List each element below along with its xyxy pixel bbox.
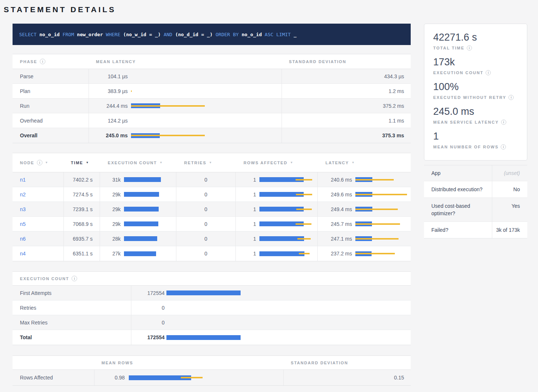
table-row: n4 6351.1 s 27k 0 1 237.2 ms: [13, 246, 411, 261]
node-link[interactable]: n5: [20, 221, 26, 227]
sort-desc-icon[interactable]: ▼: [209, 161, 212, 164]
sort-desc-icon[interactable]: ▼: [290, 161, 293, 164]
table-row: Overhead 124.2 µs 1.1 ms: [13, 113, 411, 128]
node-link[interactable]: n2: [20, 192, 26, 197]
mean-latency-cell: 244.4 ms: [89, 99, 282, 113]
execution-count-bar: [124, 192, 176, 197]
execution-count-column-header[interactable]: EXECUTION COUNT ▼: [100, 153, 176, 172]
rows-affected-bar: [259, 177, 317, 182]
info-icon[interactable]: i: [501, 120, 506, 125]
info-icon[interactable]: i: [467, 45, 472, 51]
stat-mean-service-latency: 245.0 ms MEAN SERVICE LATENCYi: [433, 106, 518, 125]
std-dev-cell: 1.2 ms: [282, 84, 411, 98]
latency-bar: [131, 74, 280, 79]
stat-executed-without-retry: 100% EXECUTED WITHOUT RETRYi: [433, 81, 518, 100]
table-row: Plan 383.9 µs 1.2 ms: [13, 84, 411, 99]
table-row: Overall 245.0 ms 375.3 ms: [13, 128, 411, 143]
execution-count-cell: 29k: [100, 202, 176, 216]
statement-details-page: STATEMENT DETAILS SELECT no_o_id FROM ne…: [0, 0, 538, 392]
phase-label: Parse: [13, 69, 89, 83]
stat-total-time: 42271.6 s TOTAL TIMEi: [433, 31, 518, 51]
std-dev-cell: 375.3 ms: [282, 128, 411, 143]
info-icon[interactable]: i: [501, 144, 506, 149]
latency-column-header[interactable]: LATENCY ▼: [317, 153, 411, 172]
info-icon[interactable]: i: [486, 70, 491, 75]
execution-count-bar: [124, 236, 176, 241]
mean-latency-cell: 124.2 µs: [89, 113, 282, 128]
phase-label: Run: [13, 99, 89, 113]
sql-statement-box: SELECT no_o_id FROM new_order WHERE (no_…: [13, 24, 411, 45]
table-row: n2 7274.5 s 29k 0 1 249.6 ms: [13, 187, 411, 202]
latency-cell: 249.6 ms: [317, 187, 411, 202]
latency-bar: [355, 177, 411, 182]
count-cell: 0: [131, 315, 411, 330]
rows-affected-cell: 1: [235, 187, 317, 202]
table-row: Retries 0: [13, 300, 411, 315]
std-dev-cell: 0.15: [283, 370, 411, 385]
execution-count-bar: [124, 207, 176, 212]
time-cell: 6935.7 s: [63, 231, 100, 246]
execution-count-table: EXECUTION COUNT i First Attempts 172554 …: [13, 271, 411, 345]
rows-affected-summary-table: MEAN ROWS STANDARD DEVIATION Rows Affect…: [13, 355, 411, 386]
time-column-header[interactable]: TIME ▼: [63, 153, 100, 172]
latency-bar: [131, 118, 280, 123]
info-icon[interactable]: i: [72, 276, 77, 281]
latency-bar: [355, 207, 411, 212]
rows-affected-cell: 1: [235, 202, 317, 216]
row-label: Total: [13, 330, 131, 345]
std-dev-column-header: STANDARD DEVIATION: [282, 54, 411, 69]
execution-count-table-title: EXECUTION COUNT i: [13, 272, 131, 285]
attributes-panel: App (unset) Distributed execution? No Us…: [424, 165, 527, 238]
latency-bar: [355, 192, 411, 197]
node-stats-table: NODE i ▼ TIME ▼ EXECUTION COUNT ▼ RETRIE…: [13, 153, 411, 261]
count-cell: 172554: [131, 286, 411, 300]
rows-affected-bar: [259, 236, 317, 241]
rows-affected-column-header[interactable]: ROWS AFFECTED ▼: [235, 153, 317, 172]
sort-desc-icon[interactable]: ▼: [352, 161, 355, 164]
table-row: Total 172554: [13, 330, 411, 345]
info-icon[interactable]: i: [508, 95, 514, 100]
execution-count-cell: 28k: [100, 231, 176, 246]
node-link[interactable]: n6: [20, 236, 26, 242]
count-bar: [166, 335, 403, 340]
info-icon[interactable]: i: [40, 59, 45, 64]
execution-count-bar: [124, 177, 176, 182]
sort-desc-icon[interactable]: ▼: [159, 161, 162, 164]
std-dev-column-header: STANDARD DEVIATION: [283, 356, 411, 369]
node-link[interactable]: n1: [20, 177, 26, 183]
rows-affected-bar: [259, 207, 317, 212]
sort-desc-icon[interactable]: ▼: [45, 161, 48, 164]
phase-label: Plan: [13, 84, 89, 98]
phase-column-header[interactable]: PHASE i: [13, 54, 89, 69]
table-row: Parse 104.1 µs 434.3 µs: [13, 69, 411, 84]
retries-cell: 0: [176, 172, 235, 187]
latency-bar: [355, 221, 411, 226]
count-cell: 172554: [131, 330, 411, 345]
retries-column-header[interactable]: RETRIES ▼: [176, 153, 235, 172]
rows-affected-cell: 1: [235, 217, 317, 231]
sort-desc-icon[interactable]: ▼: [86, 161, 89, 164]
sql-statement: SELECT no_o_id FROM new_order WHERE (no_…: [19, 32, 296, 37]
latency-bar: [131, 133, 280, 138]
time-cell: 7239.1 s: [63, 202, 100, 216]
node-column-header[interactable]: NODE i ▼: [13, 153, 63, 172]
execution-count-cell: 29k: [100, 187, 176, 202]
attr-row-app: App (unset): [424, 165, 527, 181]
node-link[interactable]: n3: [20, 206, 26, 212]
count-bar: [166, 320, 403, 325]
stat-mean-number-of-rows: 1 MEAN NUMBER OF ROWSi: [433, 130, 518, 149]
time-cell: 6351.1 s: [63, 246, 100, 261]
mean-rows-cell: 0.98: [94, 370, 283, 385]
node-link[interactable]: n4: [20, 251, 26, 257]
rows-affected-cell: 1: [235, 231, 317, 246]
mean-latency-cell: 245.0 ms: [89, 128, 282, 143]
info-icon[interactable]: i: [37, 160, 42, 165]
mean-rows-column-header: MEAN ROWS: [94, 356, 283, 369]
row-label: Retries: [13, 300, 131, 315]
table-row: Rows Affected 0.98 0.15: [13, 370, 411, 385]
row-label: First Attempts: [13, 286, 131, 300]
mean-rows-bar: [129, 375, 276, 380]
execution-count-bar: [124, 251, 176, 256]
time-cell: 7274.5 s: [63, 187, 100, 202]
row-label: Max Retries: [13, 315, 131, 330]
